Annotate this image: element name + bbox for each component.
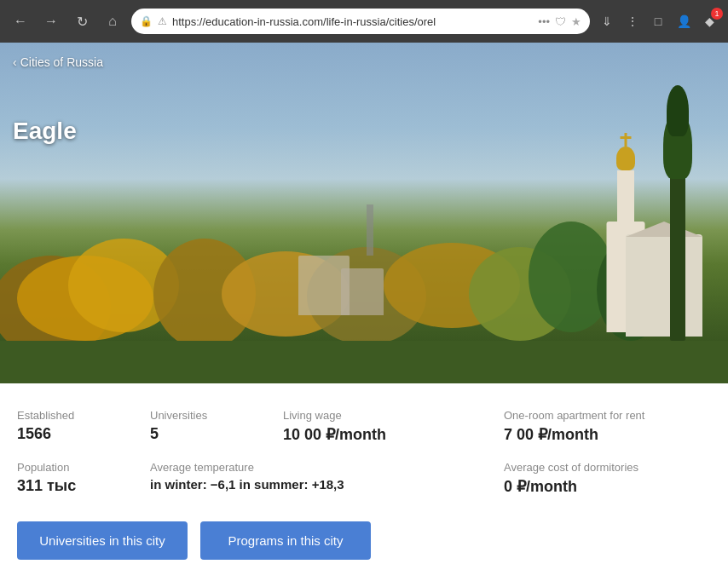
download-icon[interactable]: ⇓ [597, 11, 617, 32]
action-buttons: Universities in this city Programs in th… [17, 521, 711, 560]
dormitories-value: 0 ₽/month [504, 477, 711, 496]
stat-established: Established1566 [17, 409, 136, 444]
white-building [626, 234, 702, 337]
container-icon[interactable]: □ [648, 11, 668, 32]
city-title: Eagle [13, 118, 77, 145]
avg-temp-label: Average temperature [150, 461, 490, 474]
avg-temp-value: in winter: −6,1 in summer: +18,3 [150, 477, 490, 492]
universities-button[interactable]: Universities in this city [17, 521, 188, 560]
stat-population: Population311 тыс [17, 461, 136, 496]
dormitories-label: Average cost of dormitories [504, 461, 711, 474]
notification-badge: 1 [711, 8, 723, 20]
stat-one-room: One-room apartment for rent7 00 ₽/month [504, 409, 711, 444]
url-text: https://education-in-russia.com/life-in-… [172, 15, 533, 28]
breadcrumb-label: Cities of Russia [20, 55, 103, 69]
library-icon[interactable]: ⋮ [622, 11, 643, 32]
browser-chrome: ← → ↻ ⌂ 🔒 ⚠ https://education-in-russia.… [0, 0, 728, 43]
ground [0, 341, 728, 383]
stats-grid: Established1566Universities5Living wage1… [17, 409, 711, 496]
programs-button[interactable]: Programs in this city [200, 521, 371, 560]
breadcrumb[interactable]: ‹ Cities of Russia [13, 55, 103, 69]
bookmark-icon: ★ [571, 15, 581, 28]
tall-tree [670, 170, 685, 341]
hero-section: ‹ Cities of Russia Eagle [0, 43, 728, 383]
back-button[interactable]: ← [9, 9, 32, 33]
chimney [367, 204, 373, 256]
stat-living-wage: Living wage10 00 ₽/month [283, 409, 490, 444]
building [341, 268, 384, 315]
living-wage-label: Living wage [283, 409, 490, 422]
home-button[interactable]: ⌂ [101, 9, 124, 33]
back-arrow-icon: ‹ [13, 55, 17, 69]
browser-toolbar: ⇓ ⋮ □ 👤 ◆ 1 [597, 11, 719, 32]
one-room-label: One-room apartment for rent [504, 409, 711, 422]
extension-icon[interactable]: ◆ 1 [699, 11, 719, 32]
tree-top-2 [667, 85, 689, 136]
reload-button[interactable]: ↻ [70, 9, 94, 33]
living-wage-value: 10 00 ₽/month [283, 425, 490, 444]
universities-value: 5 [150, 425, 269, 443]
account-icon[interactable]: 👤 [673, 11, 694, 32]
population-label: Population [17, 461, 136, 474]
address-bar[interactable]: 🔒 ⚠ https://education-in-russia.com/life… [131, 9, 590, 34]
stat-dormitories: Average cost of dormitories0 ₽/month [504, 461, 711, 496]
population-value: 311 тыс [17, 477, 136, 495]
established-label: Established [17, 409, 136, 422]
shield-icon: 🛡 [555, 15, 566, 28]
established-value: 1566 [17, 425, 136, 443]
more-icon: ••• [538, 15, 550, 28]
page-content: ‹ Cities of Russia Eagle Established1566… [0, 43, 728, 564]
universities-label: Universities [150, 409, 269, 422]
stat-avg-temp: Average temperaturein winter: −6,1 in su… [150, 461, 490, 496]
stat-universities: Universities5 [150, 409, 269, 444]
security-icon: 🔒 [140, 15, 153, 27]
info-section: Established1566Universities5Living wage1… [0, 383, 728, 564]
one-room-value: 7 00 ₽/month [504, 425, 711, 444]
warning-icon: ⚠ [158, 15, 167, 27]
forward-button[interactable]: → [39, 9, 63, 33]
